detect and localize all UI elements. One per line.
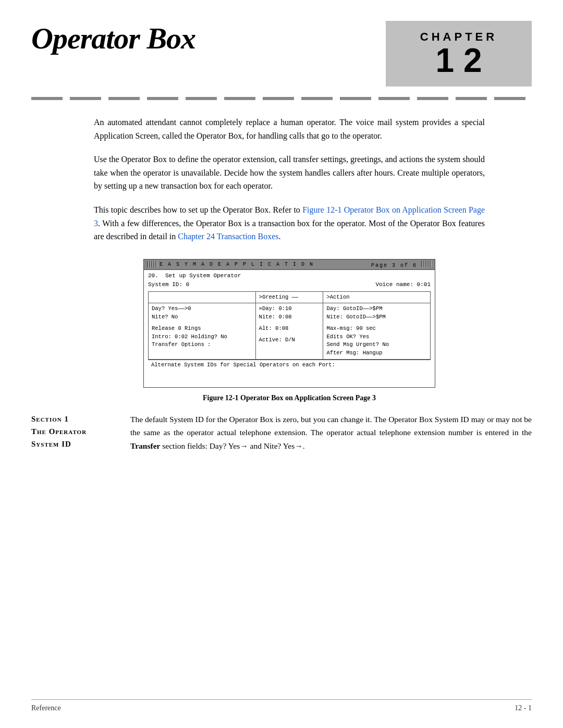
system-id: System ID: 0 <box>148 281 189 289</box>
section-body: The default System ID for the Operator B… <box>130 413 532 453</box>
footer-left: Reference <box>31 704 61 712</box>
screen-hatch-right <box>421 261 432 267</box>
p3-mid: . With a few differences, the Operator B… <box>94 219 485 241</box>
chapter-link[interactable]: Chapter 24 Transaction Boxes <box>178 232 278 241</box>
table-header-row: >Greeting —— >Action <box>149 291 431 303</box>
section-label-2: The Operator <box>31 425 115 438</box>
action-day: Day: GotoID——>$PM <box>326 305 427 313</box>
screen-body: 20. Set up System Operator System ID: 0 … <box>144 270 435 387</box>
dash <box>417 97 448 100</box>
dash <box>263 97 294 100</box>
dash <box>301 97 333 100</box>
greeting-alt: Alt: 0:08 <box>259 325 320 333</box>
greeting-cell: »Day: 0:10 Nite: 0:08 Alt: 0:08 Active: … <box>255 303 323 360</box>
screen-app-title: E A S Y M A D E A P P L I C A T I O N <box>160 262 314 267</box>
paragraph-1: An automated attendant cannot completely… <box>94 116 485 142</box>
paragraph-2: Use the Operator Box to define the opera… <box>94 153 485 193</box>
transfer-options: Transfer Options : <box>152 341 252 349</box>
screen-line-1: 20. Set up System Operator <box>148 272 431 280</box>
transfer-nite: Nite? No <box>152 313 252 322</box>
p3-end: . <box>279 232 281 241</box>
dash <box>224 97 255 100</box>
screen-table: >Greeting —— >Action Day? Yes——>0 Nite? … <box>148 291 431 360</box>
transfer-header <box>149 291 256 303</box>
page-header: Operator Box Chapter 1 2 <box>0 0 563 87</box>
dash-divider <box>0 87 563 100</box>
dash <box>147 97 178 100</box>
dash <box>494 97 525 100</box>
screen-header-left: E A S Y M A D E A P P L I C A T I O N <box>147 261 314 267</box>
chapter-number: 1 2 <box>401 44 516 77</box>
section-label-3: System ID <box>31 438 115 450</box>
action-send-msg: Send Msg Urgent? No <box>326 341 427 349</box>
voice-name: Voice name: 0:01 <box>375 281 431 289</box>
screen-empty-bottom <box>148 369 431 385</box>
figure-container: E A S Y M A D E A P P L I C A T I O N Pa… <box>94 259 485 402</box>
transfer-day: Day? Yes——>0 <box>152 305 252 313</box>
dash <box>456 97 487 100</box>
screen-bottom: Alternate System IDs for Special Operato… <box>148 360 431 369</box>
content-area: An automated attendant cannot completely… <box>0 100 563 402</box>
chapter-badge: Chapter 1 2 <box>386 21 532 87</box>
action-edits: Edits OK? Yes <box>326 333 427 341</box>
transfer-bold: Transfer <box>130 441 160 450</box>
action-max-msg: Max-msg: 90 sec <box>326 325 427 333</box>
dash <box>70 97 101 100</box>
action-cell: Day: GotoID——>$PM Nite: GotoID——>$PM Max… <box>323 303 431 360</box>
greeting-active: Active: D/N <box>259 336 320 344</box>
paragraph-3: This topic describes how to set up the O… <box>94 203 485 243</box>
screen-box: E A S Y M A D E A P P L I C A T I O N Pa… <box>143 259 435 388</box>
dash <box>378 97 410 100</box>
greeting-nite: Nite: 0:08 <box>259 313 320 322</box>
p3-start: This topic describes how to set up the O… <box>94 205 302 214</box>
dash <box>340 97 371 100</box>
dash <box>186 97 217 100</box>
figure-caption: Figure 12-1 Operator Box on Application … <box>203 394 376 402</box>
dash <box>108 97 140 100</box>
transfer-intro: Intro: 0:02 Holding? No <box>152 333 252 341</box>
action-nite: Nite: GotoID——>$PM <box>326 313 427 322</box>
dash <box>31 97 63 100</box>
screen-page-info: Page 3 of 6 <box>371 261 432 268</box>
section-block: Section 1 The Operator System ID The def… <box>0 413 563 453</box>
chapter-title: Operator Box <box>31 21 195 56</box>
screen-header-bar: E A S Y M A D E A P P L I C A T I O N Pa… <box>144 260 435 270</box>
screen-hatch-left <box>147 261 157 267</box>
greeting-header-text: >Greeting —— <box>259 294 299 300</box>
table-main-row: Day? Yes——>0 Nite? No Release 0 Rings In… <box>149 303 431 360</box>
footer-right: 12 - 1 <box>515 704 532 712</box>
transfer-cell: Day? Yes——>0 Nite? No Release 0 Rings In… <box>149 303 256 360</box>
section-label-1: Section 1 <box>31 413 115 425</box>
transfer-release: Release 0 Rings <box>152 325 252 333</box>
action-after-msg: After Msg: Hangup <box>326 349 427 357</box>
page-footer: Reference 12 - 1 <box>31 699 532 712</box>
section-heading: Section 1 The Operator System ID <box>31 413 115 453</box>
action-header-text: >Action <box>326 294 349 300</box>
page-info-text: Page 3 of 6 <box>371 263 417 268</box>
greeting-header: >Greeting —— <box>255 291 323 303</box>
action-header: >Action <box>323 291 431 303</box>
greeting-day: »Day: 0:10 <box>259 305 320 313</box>
